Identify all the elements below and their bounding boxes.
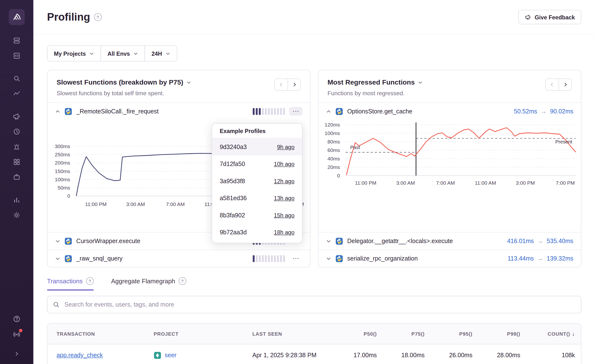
seer-project-icon (154, 352, 161, 359)
col-project[interactable]: PROJECT (154, 331, 252, 337)
prev-page-button[interactable] (546, 79, 559, 90)
prev-page-button[interactable] (275, 79, 288, 90)
sort-desc-icon: ↓ (572, 331, 575, 337)
feedback-icon[interactable] (9, 110, 24, 123)
slowest-functions-title-select[interactable]: Slowest Functions (breakdown by P75) (56, 79, 191, 87)
explore-icon[interactable] (9, 49, 24, 62)
profile-item[interactable]: 3a95d3f8 12h ago (212, 173, 302, 190)
projects-icon[interactable] (9, 171, 24, 183)
col-count-label: COUNT() (548, 331, 570, 337)
project-cell: seer (154, 352, 252, 359)
profile-age-link[interactable]: 9h ago (277, 144, 295, 150)
col-p95[interactable]: P95() (431, 331, 478, 337)
main-area: Profiling ? Give Feedback My Projects Al… (33, 0, 595, 364)
profile-id: 9d3240a3 (220, 143, 247, 150)
profile-id: 8b3fa902 (220, 212, 245, 219)
col-last-seen[interactable]: LAST SEEN (252, 331, 335, 337)
tab-aggregate-flamegraph[interactable]: Aggregate Flamegraph ? (111, 277, 186, 291)
give-feedback-button[interactable]: Give Feedback (518, 10, 581, 24)
page-help-icon[interactable]: ? (94, 13, 101, 21)
profile-item[interactable]: 8b3fa902 15h ago (212, 207, 302, 224)
example-profiles-title: Example Profiles (212, 124, 302, 138)
expand-row-icon[interactable] (326, 256, 331, 261)
function-row: _RemoteSiloCall._fire_request ⋯ (48, 103, 310, 120)
transactions-help-icon[interactable]: ? (86, 277, 94, 285)
profile-id: 7d12fa50 (220, 161, 245, 167)
after-duration[interactable]: 90.02ms (550, 108, 573, 115)
svg-text:150ms: 150ms (55, 168, 70, 174)
search-input[interactable] (64, 301, 576, 308)
stats-icon[interactable] (9, 193, 24, 206)
col-p75[interactable]: P75() (383, 331, 431, 337)
after-duration[interactable]: 139.32ms (547, 255, 573, 262)
col-transaction[interactable]: TRANSACTION (48, 331, 154, 337)
profile-age-link[interactable]: 15h ago (274, 212, 295, 219)
expand-row-icon[interactable] (55, 256, 60, 261)
page-title: Profiling (47, 11, 90, 23)
profile-item[interactable]: 9b72aa3d 18h ago (212, 224, 302, 241)
col-count[interactable]: COUNT() ↓ (526, 331, 581, 337)
next-page-button[interactable] (288, 79, 300, 90)
svg-text:3:00 AM: 3:00 AM (126, 201, 145, 207)
next-page-button[interactable] (559, 79, 571, 90)
table-row[interactable]: app.ready_check seer Apr 1, 2025 9:28:38… (48, 344, 581, 364)
regressed-pagination (545, 79, 572, 91)
before-duration[interactable]: 113.44ms (508, 255, 534, 262)
tab-transactions[interactable]: Transactions ? (47, 277, 94, 291)
profile-item[interactable]: 9d3240a3 9h ago (212, 138, 302, 155)
profile-id: 3a95d3f8 (220, 178, 245, 184)
chevron-down-icon (186, 80, 191, 85)
regression-values: 113.44ms → 139.32ms (508, 255, 573, 262)
p95-cell: 26.00ms (431, 352, 478, 359)
regressed-functions-title-select[interactable]: Most Regressed Functions (328, 79, 423, 87)
svg-text:100ms: 100ms (325, 130, 340, 136)
environment-filter[interactable]: All Envs (101, 46, 145, 62)
expand-row-icon[interactable] (326, 238, 331, 244)
arrow-right-icon: → (537, 255, 543, 262)
profile-item[interactable]: a581ed36 13h ago (212, 190, 302, 207)
function-name[interactable]: OptionsStore.get_cache (347, 108, 510, 115)
function-name[interactable]: _RemoteSiloCall._fire_request (76, 108, 249, 115)
before-duration[interactable]: 50.52ms (514, 108, 537, 115)
project-name[interactable]: seer (165, 352, 177, 359)
profile-item[interactable]: 7d12fa50 10h ago (212, 156, 302, 173)
replays-icon[interactable] (9, 125, 24, 138)
help-icon[interactable] (9, 313, 24, 325)
search-icon[interactable] (9, 72, 24, 85)
function-name[interactable]: _raw_snql_query (76, 255, 249, 262)
page-header: Profiling ? Give Feedback (33, 0, 595, 34)
collapse-row-icon[interactable] (55, 109, 60, 114)
settings-icon[interactable] (9, 209, 24, 222)
dashboards-icon[interactable] (9, 156, 24, 168)
profile-age-link[interactable]: 18h ago (274, 229, 295, 236)
profile-age-link[interactable]: 13h ago (274, 195, 295, 201)
profile-age-link[interactable]: 12h ago (274, 178, 295, 184)
profile-age-link[interactable]: 10h ago (274, 161, 295, 167)
transaction-link[interactable]: app.ready_check (48, 352, 154, 359)
svg-text:40ms: 40ms (328, 156, 340, 161)
python-icon (64, 108, 72, 115)
date-range-filter[interactable]: 24H (145, 46, 177, 62)
whats-new-icon[interactable] (9, 328, 24, 340)
projects-filter[interactable]: My Projects (47, 46, 101, 62)
function-actions-button[interactable]: ⋯ (289, 254, 303, 263)
svg-text:7:00 AM: 7:00 AM (166, 201, 185, 207)
arrow-right-icon: → (537, 238, 543, 245)
col-p99[interactable]: P99() (479, 331, 526, 337)
function-name[interactable]: serialize_rpc_organization (347, 255, 503, 262)
tab-transactions-label: Transactions (47, 277, 83, 285)
after-duration[interactable]: 535.40ms (547, 238, 573, 245)
function-actions-button[interactable]: ⋯ (289, 107, 303, 116)
col-p50[interactable]: P50() (335, 331, 383, 337)
expand-row-icon[interactable] (55, 238, 60, 244)
collapse-row-icon[interactable] (326, 109, 331, 114)
search-bar (47, 296, 581, 313)
alerts-icon[interactable] (9, 140, 24, 153)
before-duration[interactable]: 416.01ms (507, 238, 534, 245)
issues-icon[interactable] (9, 34, 24, 47)
traces-icon[interactable] (9, 87, 24, 100)
function-name[interactable]: Delegator.__getattr__.<locals>.execute (347, 238, 503, 245)
flamegraph-help-icon[interactable]: ? (179, 277, 186, 285)
sidebar-collapse-icon[interactable] (9, 348, 24, 360)
sentry-logo[interactable] (9, 9, 25, 25)
